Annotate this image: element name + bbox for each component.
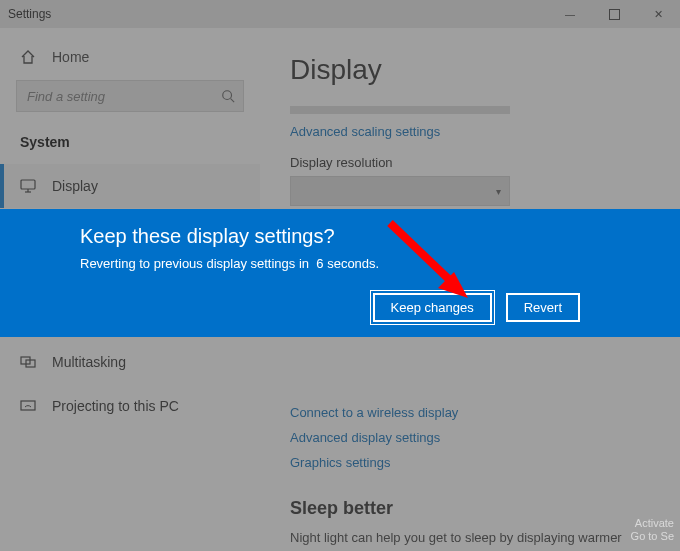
svg-rect-2 (21, 180, 35, 189)
titlebar: Settings (0, 0, 680, 28)
multitasking-icon (20, 356, 36, 368)
graphics-settings-link[interactable]: Graphics settings (290, 455, 650, 470)
home-icon (20, 49, 36, 65)
chevron-down-icon: ▾ (496, 186, 501, 197)
window-title: Settings (8, 7, 51, 21)
window-controls (548, 0, 680, 28)
sleep-body: Night light can help you get to sleep by… (290, 529, 650, 551)
projecting-icon (20, 400, 36, 412)
dialog-body: Reverting to previous display settings i… (80, 256, 620, 271)
search-box[interactable] (16, 80, 244, 112)
sleep-heading: Sleep better (290, 498, 650, 519)
minimize-button[interactable] (548, 0, 592, 28)
resolution-label: Display resolution (290, 155, 650, 170)
sidebar-item-display[interactable]: Display (0, 164, 260, 208)
scaling-slider[interactable] (290, 106, 510, 114)
svg-point-0 (223, 91, 232, 100)
svg-line-1 (231, 99, 235, 103)
keep-changes-button[interactable]: Keep changes (373, 293, 492, 322)
sidebar-item-multitasking[interactable]: Multitasking (0, 340, 260, 384)
home-nav[interactable]: Home (0, 38, 260, 76)
search-input[interactable] (17, 89, 213, 104)
connect-wireless-link[interactable]: Connect to a wireless display (290, 405, 650, 420)
sidebar-item-label: Projecting to this PC (52, 398, 179, 414)
resolution-dropdown[interactable]: ▾ (290, 176, 510, 206)
display-icon (20, 179, 36, 193)
dialog-title: Keep these display settings? (80, 225, 620, 248)
sidebar-item-label: Multitasking (52, 354, 126, 370)
sidebar-item-label: Display (52, 178, 98, 194)
maximize-button[interactable] (592, 0, 636, 28)
revert-button[interactable]: Revert (506, 293, 580, 322)
close-button[interactable] (636, 0, 680, 28)
home-label: Home (52, 49, 89, 65)
advanced-display-link[interactable]: Advanced display settings (290, 430, 650, 445)
advanced-scaling-link[interactable]: Advanced scaling settings (290, 124, 650, 139)
activation-watermark: Activate Go to Se (631, 517, 674, 543)
page-title: Display (290, 54, 650, 86)
category-header: System (0, 126, 260, 164)
keep-settings-dialog: Keep these display settings? Reverting t… (0, 209, 680, 337)
sidebar-item-projecting[interactable]: Projecting to this PC (0, 384, 260, 428)
countdown-seconds: 6 (316, 256, 323, 271)
search-icon (213, 89, 243, 103)
